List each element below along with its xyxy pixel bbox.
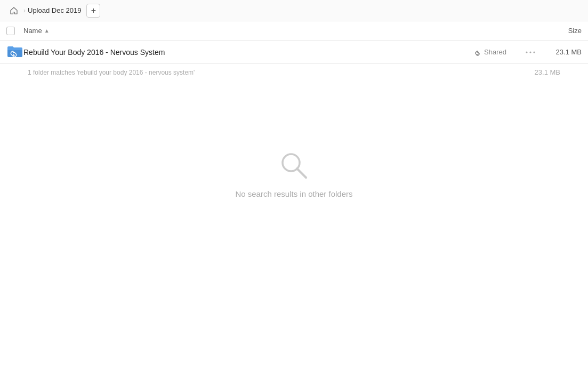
link-icon xyxy=(474,49,481,56)
svg-point-3 xyxy=(533,51,535,53)
sort-arrow-icon: ▲ xyxy=(44,28,50,34)
breadcrumb-separator: › xyxy=(23,7,26,14)
size-column-header: Size xyxy=(539,27,582,35)
svg-point-2 xyxy=(529,51,531,53)
breadcrumb-title: Upload Dec 2019 xyxy=(28,6,81,14)
empty-state: No search results in other folders xyxy=(0,81,588,198)
column-header-row: Name ▲ Size xyxy=(0,21,588,41)
select-all-checkbox[interactable] xyxy=(6,27,23,35)
table-row[interactable]: Rebuild Your Body 2016 - Nervous System … xyxy=(0,41,588,64)
folder-icon xyxy=(6,46,23,58)
checkbox[interactable] xyxy=(6,27,15,35)
name-column-header[interactable]: Name ▲ xyxy=(23,27,539,35)
home-button[interactable] xyxy=(6,3,21,18)
match-info-size: 23.1 MB xyxy=(518,68,560,76)
match-info-row: 1 folder matches 'rebuild your body 2016… xyxy=(0,64,588,81)
file-name: Rebuild Your Body 2016 - Nervous System xyxy=(23,48,474,57)
svg-line-5 xyxy=(297,169,306,178)
match-info-text: 1 folder matches 'rebuild your body 2016… xyxy=(28,69,518,76)
more-options-button[interactable] xyxy=(522,51,539,53)
file-size: 23.1 MB xyxy=(539,48,582,56)
shared-status: Shared xyxy=(474,48,522,56)
breadcrumb-bar: › Upload Dec 2019 + xyxy=(0,0,588,21)
no-results-icon xyxy=(278,150,310,182)
add-button[interactable]: + xyxy=(86,4,100,18)
empty-state-message: No search results in other folders xyxy=(235,189,352,198)
svg-point-1 xyxy=(526,51,527,53)
